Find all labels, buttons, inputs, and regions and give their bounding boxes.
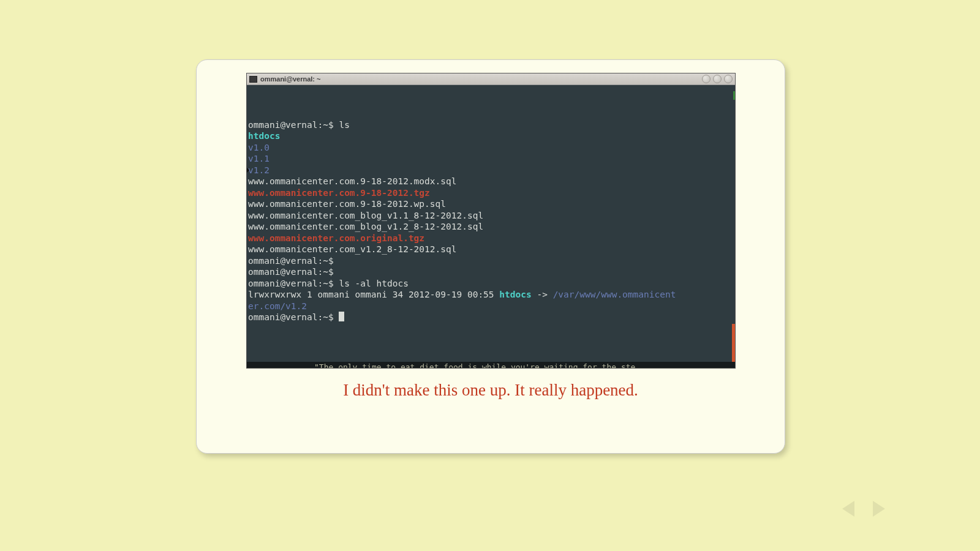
terminal-prompt-current: ommani@vernal:~$ bbox=[248, 312, 344, 322]
dir-entry: v1.1 bbox=[248, 154, 270, 163]
window-controls bbox=[702, 75, 733, 83]
terminal-line: ommani@vernal:~$ bbox=[248, 256, 339, 266]
archive-entry: www.ommanicenter.com.original.tgz bbox=[248, 233, 424, 243]
file-entry: www.ommanicenter.com_blog_v1.1_8-12-2012… bbox=[248, 211, 483, 220]
file-entry: www.ommanicenter.com.9-18-2012.modx.sql bbox=[248, 176, 456, 186]
slide-nav bbox=[842, 501, 885, 517]
scroll-hint-top bbox=[733, 91, 735, 100]
slide-card: ommani@vernal: ~ ommani@vernal:~$ ls htd… bbox=[196, 59, 785, 454]
terminal-line: ommani@vernal:~$ bbox=[248, 267, 339, 277]
prompt-text: ommani@vernal:~$ bbox=[248, 312, 339, 322]
terminal-body[interactable]: ommani@vernal:~$ ls htdocs v1.0 v1.1 v1.… bbox=[247, 85, 735, 368]
window-close-button[interactable] bbox=[724, 75, 733, 83]
terminal-icon bbox=[249, 76, 257, 83]
archive-entry: www.ommanicenter.com.9-18-2012.tgz bbox=[248, 188, 430, 198]
terminal-line: ommani@vernal:~$ ls bbox=[248, 120, 350, 130]
symlink-arrow: -> bbox=[532, 290, 553, 299]
window-minimize-button[interactable] bbox=[702, 75, 710, 83]
file-entry: www.ommanicenter.com.9-18-2012.wp.sql bbox=[248, 199, 446, 209]
symlink-name: htdocs bbox=[499, 290, 531, 299]
terminal-window: ommani@vernal: ~ ommani@vernal:~$ ls htd… bbox=[247, 73, 735, 368]
ls-long-line: lrwxrwxrwx 1 ommani ommani 34 2012-09-19… bbox=[248, 290, 676, 299]
window-title: ommani@vernal: ~ bbox=[260, 75, 320, 83]
window-maximize-button[interactable] bbox=[713, 75, 722, 83]
slide-caption: I didn't make this one up. It really hap… bbox=[197, 381, 785, 400]
terminal-line: ommani@vernal:~$ ls -al htdocs bbox=[248, 279, 409, 288]
file-perms: lrwxrwxrwx 1 ommani ommani 34 2012-09-19… bbox=[248, 290, 499, 299]
tmux-status-fragment: "The only time to eat diet food is while… bbox=[247, 362, 735, 368]
next-slide-button[interactable] bbox=[873, 501, 885, 517]
window-titlebar: ommani@vernal: ~ bbox=[247, 73, 735, 85]
prev-slide-button[interactable] bbox=[842, 501, 854, 517]
cursor bbox=[339, 312, 344, 321]
symlink-target-wrap: er.com/v1.2 bbox=[248, 301, 307, 311]
dir-entry: htdocs bbox=[248, 131, 280, 141]
file-entry: www.ommanicenter.com_blog_v1.2_8-12-2012… bbox=[248, 222, 483, 231]
symlink-target: /var/www/www.ommanicent bbox=[553, 290, 676, 299]
left-caret-icon bbox=[247, 167, 249, 173]
dir-entry: v1.0 bbox=[248, 143, 270, 152]
dir-entry: v1.2 bbox=[248, 165, 270, 175]
file-entry: www.ommanicenter.com_v1.2_8-12-2012.sql bbox=[248, 244, 456, 254]
